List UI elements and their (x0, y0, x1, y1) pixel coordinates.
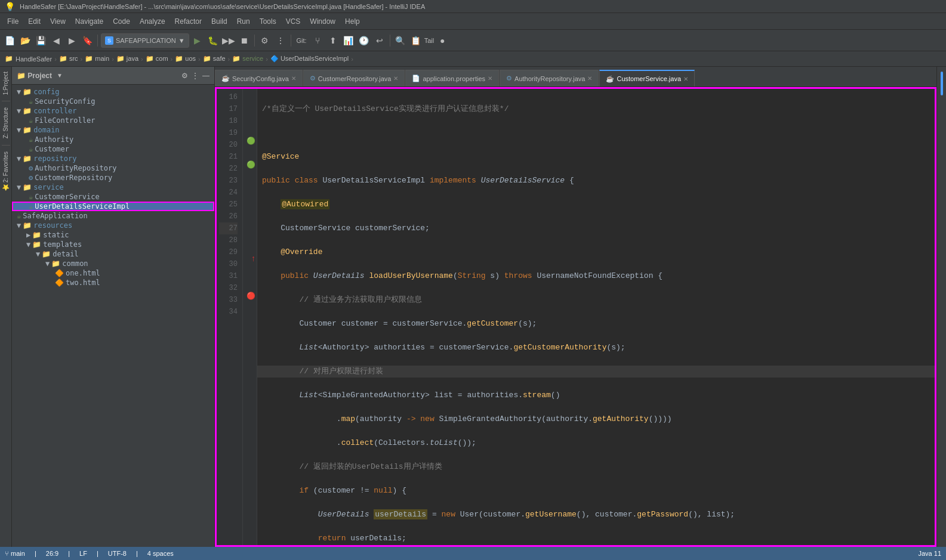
git-pull[interactable]: 📊 (341, 33, 356, 48)
tab-securityconfig-close[interactable]: ✕ (291, 75, 296, 82)
project-gear-icon[interactable]: ⋮ (192, 72, 199, 80)
breadcrumb-java[interactable]: 📁 java (116, 55, 138, 63)
tree-file-filecontroller[interactable]: ☕ FileController (12, 116, 214, 125)
tree-label-controller: controller (33, 107, 76, 115)
project-settings-icon[interactable]: ⚙ (181, 72, 188, 80)
controller-folder-icon: 📁 (23, 107, 32, 115)
gutter-icon-1[interactable]: 🟢 (246, 137, 255, 145)
code-line-20: @Autowired (262, 199, 930, 211)
brace-open-32: { (402, 486, 406, 495)
resources-folder-icon: 📁 (23, 221, 32, 230)
tab-securityconfig[interactable]: ☕ SecurityConfig.java ✕ (215, 70, 303, 86)
git-push[interactable]: ⬆ (326, 33, 340, 48)
run-coverage-button[interactable]: ▶▶ (221, 33, 236, 48)
tab-authorityrepository[interactable]: ⚙ AuthorityRepository.java ✕ (500, 70, 599, 86)
tree-folder-detail[interactable]: ▼ 📁 detail (12, 249, 214, 259)
menu-help[interactable]: Help (340, 15, 365, 28)
stop-button[interactable]: ⏹ (237, 33, 251, 48)
tree-file-userdetailsserviceimpl[interactable]: ☕ UserDetailsServiceImpl (12, 202, 214, 211)
settings-button[interactable]: ⚙ (258, 33, 272, 48)
tree-folder-templates[interactable]: ▼ 📁 templates (12, 240, 214, 249)
save-button[interactable]: 💾 (33, 33, 48, 48)
tree-file-customer[interactable]: ☕ Customer (12, 144, 214, 154)
open-button[interactable]: 📂 (18, 33, 32, 48)
back-button[interactable]: ◀ (49, 33, 63, 48)
tail-button[interactable]: 📋 (409, 33, 423, 48)
tree-file-customerservice[interactable]: ☕ CustomerService (12, 192, 214, 202)
tree-file-twohtml[interactable]: 🔶 two.html (12, 278, 214, 287)
code-editor[interactable]: /*自定义一个 UserDetailsService实现类进行用户认证信息封装*… (257, 89, 935, 545)
tree-folder-service[interactable]: ▼ 📁 service (12, 182, 214, 192)
tree-file-customerrepository[interactable]: ⚙ CustomerRepository (12, 173, 214, 182)
menu-build[interactable]: Build (207, 15, 232, 28)
kw-null: null (374, 486, 392, 495)
tab-appprops-close[interactable]: ✕ (488, 75, 492, 82)
line-num-22: 22 (219, 163, 238, 175)
menu-analyze[interactable]: Analyze (135, 15, 170, 28)
service-folder-icon: 📁 (23, 183, 32, 191)
tree-folder-static[interactable]: ▶ 📁 static (12, 230, 214, 240)
breadcrumb-src[interactable]: 📁 src (59, 55, 78, 63)
menu-vcs[interactable]: VCS (281, 15, 306, 28)
tab-authrepo-close[interactable]: ✕ (587, 75, 592, 82)
gutter-arrow-icon[interactable]: ↑ (251, 253, 255, 263)
line-num-17: 17 (219, 103, 238, 115)
more-button[interactable]: ⋮ (273, 33, 288, 48)
tree-folder-common[interactable]: ▼ 📁 common (12, 259, 214, 268)
menu-run[interactable]: Run (232, 15, 255, 28)
bookmark-button[interactable]: 🔖 (80, 33, 94, 48)
menu-code[interactable]: Code (108, 15, 135, 28)
ref-authorities-28: authorities (467, 391, 518, 400)
breadcrumb-service[interactable]: 📁 service (232, 55, 263, 63)
run-config-selector[interactable]: S SAFEAPPLICATION ▼ (101, 33, 189, 48)
menu-tools[interactable]: Tools (255, 15, 281, 28)
tree-file-securityconfig[interactable]: ☕ SecurityConfig (12, 97, 214, 106)
git-history[interactable]: 🕐 (357, 33, 371, 48)
tree-file-onehtml[interactable]: 🔶 one.html (12, 268, 214, 278)
tree-file-safeapplication[interactable]: ☕ SafeApplication (12, 211, 214, 221)
tab-customerservice-close[interactable]: ✕ (683, 76, 688, 82)
run-button[interactable]: ▶ (190, 33, 205, 48)
breadcrumb-main[interactable]: 📁 main (85, 55, 109, 63)
code-line-17 (262, 127, 930, 139)
tab-customerrepository[interactable]: ⚙ CustomerRepository.java ✕ (303, 70, 405, 86)
config-chevron-icon: ▼ (17, 88, 21, 96)
tree-folder-controller[interactable]: ▼ 📁 controller (12, 106, 214, 116)
tree-folder-resources[interactable]: ▼ 📁 resources (12, 221, 214, 230)
tree-folder-domain[interactable]: ▼ 📁 domain (12, 125, 214, 135)
code-line-22: @Override (262, 246, 930, 258)
tree-file-authorityrepository[interactable]: ⚙ AuthorityRepository (12, 163, 214, 173)
breadcrumb-safe[interactable]: 📁 safe (203, 55, 226, 63)
forward-button[interactable]: ▶ (64, 33, 79, 48)
menu-window[interactable]: Window (305, 15, 340, 28)
profile-button[interactable]: ● (435, 33, 449, 48)
breadcrumb-class[interactable]: 🔷 UserDetailsServiceImpl (270, 55, 349, 63)
menu-refactor[interactable]: Refactor (170, 15, 207, 28)
project-panel-toggle[interactable]: 1:Project (1, 69, 10, 97)
breadcrumb-uos[interactable]: 📁 uos (175, 55, 196, 63)
structure-toggle[interactable]: Z: Structure (1, 105, 10, 141)
breadcrumb-handleSafer[interactable]: HandleSafer (16, 55, 52, 63)
tree-folder-repository[interactable]: ▼ 📁 repository (12, 154, 214, 163)
git-icon[interactable]: ⑂ (310, 33, 325, 48)
tab-application-properties[interactable]: 📄 application.properties ✕ (405, 70, 499, 86)
project-minimize-icon[interactable]: — (202, 72, 209, 80)
tab-customerrepo-close[interactable]: ✕ (393, 75, 398, 82)
gutter-icon-3[interactable]: 🔴 (246, 292, 255, 300)
menu-view[interactable]: View (45, 15, 70, 28)
tree-file-authority[interactable]: ☕ Authority (12, 135, 214, 144)
new-file-button[interactable]: 📄 (2, 33, 17, 48)
gutter-icon-2[interactable]: 🟢 (246, 160, 255, 169)
tab-customerservice[interactable]: ☕ CustomerService.java ✕ (599, 70, 695, 86)
menu-navigate[interactable]: Navigate (70, 15, 108, 28)
tree-folder-config[interactable]: ▼ 📁 config (12, 87, 214, 97)
menu-edit[interactable]: Edit (23, 15, 45, 28)
menu-file[interactable]: File (2, 15, 23, 28)
favorites-toggle[interactable]: ⭐ 2: Favorites (1, 149, 10, 194)
git-rollback[interactable]: ↩ (372, 33, 387, 48)
search-everywhere[interactable]: 🔍 (393, 33, 408, 48)
project-dropdown[interactable]: ▼ (57, 72, 63, 79)
config-folder-icon: 📁 (23, 88, 32, 96)
debug-button[interactable]: 🐛 (206, 33, 220, 48)
breadcrumb-com[interactable]: 📁 com (146, 55, 168, 63)
